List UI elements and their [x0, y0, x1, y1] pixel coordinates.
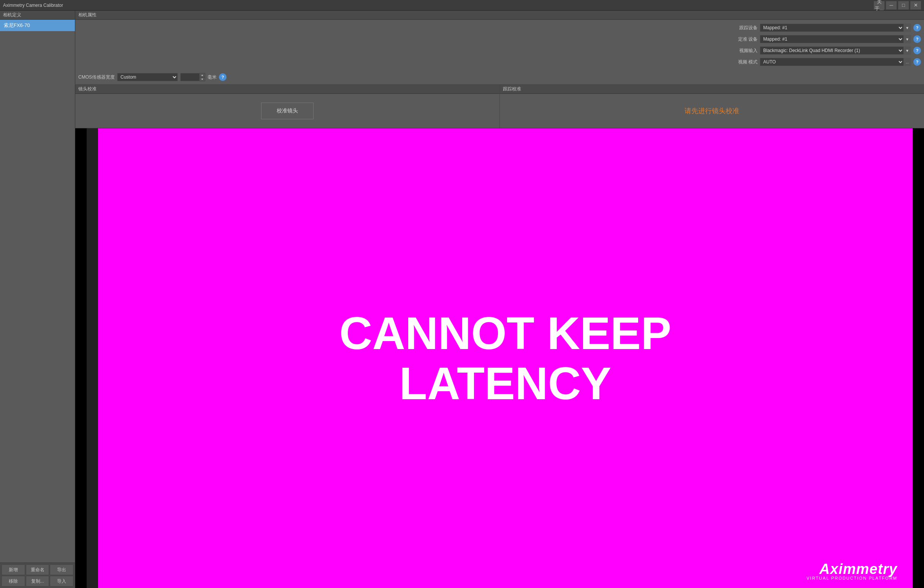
app-title: Aximmetry Camera Calibrator — [3, 3, 63, 8]
aximmetry-logo-subtitle: VIRTUAL PRODUCTION PLATFORM — [807, 576, 898, 580]
maximize-button[interactable]: □ — [898, 1, 909, 10]
cmos-spinner-btns: ▲ ▼ — [199, 73, 205, 81]
video-mode-row: 视频 模式 AUTO ... ? — [731, 57, 921, 67]
sidebar-footer: 新增 重命名 导出 移除 复制... 导入 — [0, 563, 75, 588]
cmos-row: CMOS传感器宽度 Custom 36 ▲ ▼ 毫米 ? — [75, 70, 924, 84]
about-button[interactable]: 关于... — [874, 1, 884, 10]
app-body: 相机定义 索尼FX6-70 新增 重命名 导出 移除 复制... 导入 相机属性 — [0, 11, 924, 588]
calibration-panels: 镜头校准 校准镜头 跟踪校准 请先进行镜头校准 — [75, 84, 924, 128]
aim-device-row: 定准 设备 Mapped: #1 ▼ ? — [731, 34, 921, 44]
camera-list: 索尼FX6-70 — [0, 20, 75, 563]
tracking-device-row: 跟踪设备 Mapped: #1 ▼ ? — [731, 23, 921, 33]
content-area: 相机属性 跟踪设备 Mapped: #1 ▼ — [75, 11, 924, 588]
cmos-label: CMOS传感器宽度 — [78, 74, 115, 81]
video-input-select[interactable]: Blackmagic: DeckLink Quad HDMI Recorder … — [760, 46, 904, 55]
aim-device-select-wrap: Mapped: #1 ▼ — [760, 35, 911, 43]
rename-button[interactable]: 重命名 — [26, 565, 50, 575]
cmos-unit: 毫米 — [208, 74, 217, 81]
video-black-left — [75, 128, 87, 588]
lens-calib-panel: 镜头校准 校准镜头 — [75, 85, 500, 128]
cmos-decrement-btn[interactable]: ▼ — [199, 77, 205, 81]
cmos-number-input-wrap: 36 ▲ ▼ — [180, 73, 205, 81]
aim-device-help-btn[interactable]: ? — [913, 35, 921, 43]
window-controls: 关于... ─ □ ✕ — [874, 1, 921, 10]
close-button[interactable]: ✕ — [910, 1, 921, 10]
video-input-row: 视频输入 Blackmagic: DeckLink Quad HDMI Reco… — [731, 46, 921, 56]
video-input-dropdown-btn[interactable]: ▼ — [904, 46, 911, 55]
title-bar: Aximmetry Camera Calibrator 关于... ─ □ ✕ — [0, 0, 924, 11]
cmos-number-input[interactable]: 36 — [180, 73, 199, 81]
video-mode-label: 视频 模式 — [731, 59, 757, 65]
lens-calib-body: 校准镜头 — [75, 94, 500, 128]
sidebar-item-camera[interactable]: 索尼FX6-70 — [0, 20, 75, 31]
minimize-button[interactable]: ─ — [886, 1, 897, 10]
aximmetry-logo: Aximmetry VIRTUAL PRODUCTION PLATFORM — [807, 561, 898, 580]
tracking-device-dropdown-btn[interactable]: ▼ — [904, 23, 911, 32]
cmos-help-btn[interactable]: ? — [219, 73, 226, 81]
tracking-device-select-wrap: Mapped: #1 ▼ — [760, 23, 911, 32]
calibrate-lens-button[interactable]: 校准镜头 — [261, 102, 314, 119]
camera-attrs-header: 相机属性 — [75, 11, 924, 20]
video-area: CANNOT KEEP LATENCY Aximmetry VIRTUAL PR… — [75, 128, 924, 588]
new-button[interactable]: 新增 — [2, 565, 25, 575]
attrs-right: 跟踪设备 Mapped: #1 ▼ ? 定准 设备 — [731, 23, 921, 67]
lens-calib-header: 镜头校准 — [75, 85, 500, 94]
video-mode-select-wrap: AUTO ... — [760, 58, 911, 66]
cmos-select[interactable]: Custom — [117, 73, 178, 81]
tracker-calib-header: 跟踪校准 — [500, 85, 924, 94]
video-mode-help-btn[interactable]: ? — [913, 58, 921, 66]
tracker-calib-warning: 请先进行镜头校准 — [685, 106, 739, 115]
video-mode-dots-btn[interactable]: ... — [904, 58, 911, 66]
video-input-help-btn[interactable]: ? — [913, 47, 921, 54]
video-black-right — [912, 128, 924, 588]
tracker-calib-body: 请先进行镜头校准 — [500, 94, 924, 128]
video-preview: CANNOT KEEP LATENCY Aximmetry VIRTUAL PR… — [98, 128, 912, 588]
aim-device-select[interactable]: Mapped: #1 — [760, 35, 904, 43]
camera-attrs-panel: 相机属性 跟踪设备 Mapped: #1 ▼ — [75, 11, 924, 128]
remove-button[interactable]: 移除 — [2, 576, 25, 586]
video-input-label: 视频输入 — [731, 48, 757, 54]
copy-button[interactable]: 复制... — [26, 576, 50, 586]
import-button[interactable]: 导入 — [50, 576, 73, 586]
attrs-top: 跟踪设备 Mapped: #1 ▼ ? 定准 设备 — [75, 20, 924, 70]
tracking-device-help-btn[interactable]: ? — [913, 24, 921, 31]
aim-device-label: 定准 设备 — [731, 36, 757, 43]
video-error-text: CANNOT KEEP LATENCY — [340, 308, 671, 408]
tracking-device-select[interactable]: Mapped: #1 — [760, 23, 904, 32]
export-button[interactable]: 导出 — [50, 565, 73, 575]
tracking-device-label: 跟踪设备 — [731, 25, 757, 31]
video-mode-select[interactable]: AUTO — [760, 58, 904, 66]
tracker-calib-panel: 跟踪校准 请先进行镜头校准 — [500, 85, 924, 128]
aim-device-dropdown-btn[interactable]: ▼ — [904, 35, 911, 43]
cmos-increment-btn[interactable]: ▲ — [199, 73, 205, 77]
video-input-select-wrap: Blackmagic: DeckLink Quad HDMI Recorder … — [760, 46, 911, 55]
sidebar: 相机定义 索尼FX6-70 新增 重命名 导出 移除 复制... 导入 — [0, 11, 75, 588]
aximmetry-logo-name: Aximmetry — [820, 561, 898, 577]
sidebar-header: 相机定义 — [0, 11, 75, 20]
